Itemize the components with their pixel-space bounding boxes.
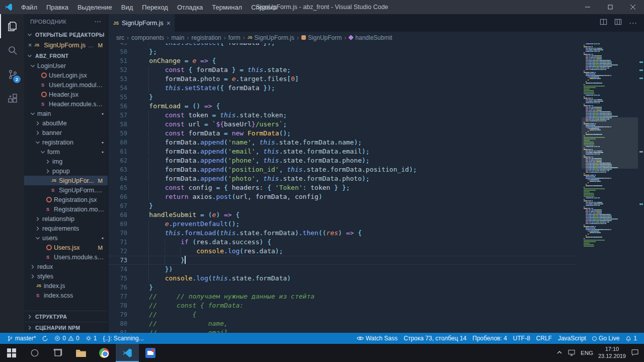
code-line[interactable]: 69 e.preventDefault(); (108, 220, 577, 229)
tree-item[interactable]: registration● (24, 137, 108, 147)
line-number[interactable]: 68 (108, 210, 133, 220)
code-line[interactable]: 70 this.formLoad(this.state.formData).th… (108, 229, 577, 238)
code-line[interactable]: 55 } (108, 93, 577, 102)
code-line[interactable]: 68 handleSubmit = (e) => { (108, 210, 577, 220)
tab-signupform[interactable]: JS SignUpForm.js × (108, 14, 175, 32)
tree-item[interactable]: SSignUpForm.mo... (24, 185, 108, 195)
tree-item[interactable]: LoginUser (24, 61, 108, 70)
minimap[interactable] (582, 43, 638, 333)
tree-item[interactable]: JSindex.js (24, 281, 108, 291)
search-icon[interactable] (0, 38, 24, 62)
tree-item[interactable]: img (24, 157, 108, 166)
line-number[interactable]: 54 (108, 84, 133, 93)
code-line[interactable]: 56 formLoad = () => { (108, 102, 577, 111)
show-hidden-icons[interactable] (556, 350, 562, 356)
minimize-button[interactable] (576, 0, 599, 14)
tree-item[interactable]: Sindex.scss (24, 291, 108, 300)
go-live[interactable]: Go Live (589, 333, 622, 344)
menu-item[interactable]: Файл (17, 0, 42, 14)
tree-item[interactable]: UserLogin.jsx (24, 70, 108, 80)
menu-item[interactable]: Выделение (73, 0, 117, 14)
tree-item[interactable]: JSSignUpFor...M (24, 176, 108, 185)
line-number[interactable]: 51 (108, 56, 133, 65)
split-editor-icon[interactable] (600, 18, 607, 28)
extensions-icon[interactable] (0, 87, 24, 111)
problems-indicator[interactable]: 0 0 (51, 333, 82, 344)
line-number[interactable]: 62 (108, 156, 133, 165)
tree-item[interactable]: relationship (24, 214, 108, 224)
language-mode[interactable]: JavaScript (555, 333, 589, 344)
minimap-slider[interactable] (582, 117, 638, 169)
line-number[interactable]: 63 (108, 165, 133, 174)
tree-item[interactable]: redux (24, 262, 108, 271)
explorer-icon[interactable] (0, 14, 24, 38)
start-button[interactable] (0, 344, 23, 362)
tree-item[interactable]: Registration.jsx (24, 195, 108, 204)
tree-item[interactable]: Header.jsx (24, 90, 108, 99)
code-line[interactable]: 66 return axios.post(url, formData, conf… (108, 192, 577, 201)
mail-icon[interactable] (139, 344, 162, 362)
tree-item[interactable]: SHeader.module.scss (24, 99, 108, 109)
code-line[interactable]: 65 const config = { headers: { 'Token': … (108, 183, 577, 192)
code-line[interactable]: 79 // { (108, 310, 577, 319)
code-line[interactable]: 51 onChange = e => { (108, 56, 577, 65)
code-line[interactable]: 60 formData.append('name', this.state.fo… (108, 138, 577, 147)
line-number[interactable]: 71 (108, 238, 133, 247)
line-number[interactable]: 58 (108, 120, 133, 129)
tree-item[interactable]: SUserLogin.module... (24, 80, 108, 90)
line-number[interactable]: 75 (108, 274, 133, 283)
menu-item[interactable]: Переход (137, 0, 173, 14)
code-line[interactable]: 76 } (108, 283, 577, 292)
breadcrumb-item[interactable]: JSSignUpForm.js (248, 34, 294, 41)
code-line[interactable]: 64 formData.append('photo', this.state.f… (108, 174, 577, 183)
code-line[interactable]: 81 // email, (108, 328, 577, 333)
code-editor[interactable]: 49 this.setState({ formData });50 };51 o… (108, 43, 644, 333)
breadcrumb-item[interactable]: form (228, 34, 240, 41)
code-line[interactable]: 62 formData.append('phone', this.state.f… (108, 156, 577, 165)
code-line[interactable]: 57 const token = this.state.token; (108, 111, 577, 120)
close-icon[interactable]: × (167, 19, 171, 27)
code-line[interactable]: 50 }; (108, 47, 577, 56)
code-line[interactable]: 49 this.setState({ formData }); (108, 43, 577, 47)
sync-icon[interactable] (39, 333, 51, 344)
code-line[interactable]: 63 formData.append('position_id', this.s… (108, 165, 577, 174)
close-button[interactable] (621, 0, 644, 14)
breadcrumb-item[interactable]: handleSubmit (349, 34, 392, 41)
watch-sass[interactable]: Watch Sass (354, 333, 401, 344)
close-icon[interactable]: × (28, 42, 32, 49)
code-line[interactable]: 75 console.log(this.state.formData) (108, 274, 577, 283)
tree-item[interactable]: Users.jsxM (24, 243, 108, 252)
line-number[interactable]: 65 (108, 183, 133, 192)
indentation[interactable]: Пробелов: 4 (469, 333, 510, 344)
code-line[interactable]: 72 console.log(res.data); (108, 247, 577, 256)
line-number[interactable]: 77 (108, 292, 133, 301)
code-line[interactable]: 73 } (108, 256, 577, 265)
line-number[interactable]: 64 (108, 174, 133, 183)
tree-item[interactable]: users● (24, 233, 108, 243)
more-actions-icon[interactable]: ··· (95, 19, 102, 25)
language-indicator[interactable]: ENG (581, 350, 593, 356)
line-number[interactable]: 70 (108, 229, 133, 238)
menu-item[interactable]: Вид (117, 0, 138, 14)
tree-item[interactable]: banner (24, 128, 108, 137)
notifications-bell[interactable]: 1 (622, 333, 640, 344)
line-number[interactable]: 72 (108, 247, 133, 256)
tree-item[interactable]: SRegistration.modu... (24, 204, 108, 214)
tasks-indicator[interactable]: 1 (83, 333, 100, 344)
vscode-taskbar-icon[interactable] (116, 344, 139, 362)
line-number[interactable]: 60 (108, 138, 133, 147)
code-line[interactable]: 54 this.setState({ formData }); (108, 84, 577, 93)
line-number[interactable]: 52 (108, 65, 133, 75)
outline-section[interactable]: СТРУКТУРА (24, 311, 108, 322)
menu-item[interactable]: Правка (42, 0, 73, 14)
tree-item[interactable]: main● (24, 109, 108, 118)
chrome-icon[interactable] (93, 344, 116, 362)
line-number[interactable]: 66 (108, 192, 133, 201)
code-line[interactable]: 77 // // получаем нужные данные из стейт… (108, 292, 577, 301)
eol-sequence[interactable]: CRLF (533, 333, 555, 344)
tree-item[interactable]: styles (24, 271, 108, 281)
cursor-position[interactable]: Строка 73, столбец 14 (400, 333, 469, 344)
tree-item[interactable]: form● (24, 147, 108, 157)
code-line[interactable]: 59 const formData = new FormData(); (108, 129, 577, 138)
line-number[interactable]: 56 (108, 102, 133, 111)
